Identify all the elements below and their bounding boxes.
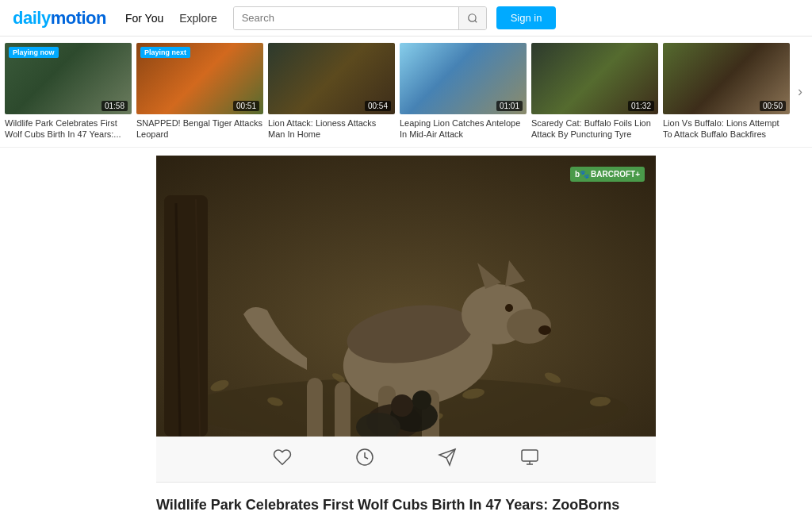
- strip-item-lion-attack[interactable]: 00:54 Lion Attack: Lioness Attacks Man I…: [268, 43, 395, 140]
- strip-title-tiger: SNAPPED! Bengal Tiger Attacks Leopard: [136, 117, 263, 140]
- strip-duration-lion-buffalo: 00:50: [760, 101, 786, 111]
- search-bar: [233, 6, 487, 30]
- share-icon: [438, 448, 457, 471]
- video-strip: Playing now 01:58 Wildlife Park Celebrat…: [0, 37, 812, 148]
- like-button[interactable]: [273, 448, 292, 471]
- strip-duration-leaping-lion: 01:01: [496, 101, 523, 111]
- strip-badge-wolf-cubs: Playing now: [9, 47, 59, 58]
- watch-later-button[interactable]: [355, 448, 374, 471]
- nav: For You Explore: [125, 12, 217, 25]
- video-title: Wildlife Park Celebrates First Wolf Cubs…: [156, 495, 656, 515]
- nav-explore[interactable]: Explore: [179, 12, 216, 25]
- svg-line-1: [474, 20, 477, 22]
- video-info: Wildlife Park Celebrates First Wolf Cubs…: [156, 483, 656, 527]
- svg-rect-25: [335, 382, 350, 437]
- nav-for-you[interactable]: For You: [125, 12, 163, 25]
- strip-duration-wolf-cubs: 01:58: [102, 101, 128, 111]
- svg-rect-26: [307, 378, 323, 437]
- strip-title-lion-attack: Lion Attack: Lioness Attacks Man In Home: [268, 117, 395, 140]
- barcroft-icon: b🐾: [575, 170, 589, 179]
- barcroft-label: BARCROFT+: [591, 170, 640, 179]
- strip-duration-tiger: 00:51: [233, 101, 259, 111]
- svg-point-22: [538, 325, 551, 335]
- strip-item-leaping-lion[interactable]: 01:01 Leaping Lion Catches Antelope In M…: [400, 43, 527, 140]
- player-container: b🐾 BARCROFT+: [156, 156, 656, 483]
- svg-rect-39: [522, 450, 538, 461]
- strip-title-scaredy-cat: Scaredy Cat: Buffalo Foils Lion Attack B…: [531, 117, 658, 140]
- like-icon: [273, 448, 292, 471]
- strip-item-scaredy-cat[interactable]: 01:32 Scaredy Cat: Buffalo Foils Lion At…: [531, 43, 658, 140]
- strip-title-leaping-lion: Leaping Lion Catches Antelope In Mid-Air…: [400, 117, 527, 140]
- search-input[interactable]: [234, 7, 458, 29]
- strip-duration-lion-attack: 00:54: [365, 101, 391, 111]
- strip-item-wolf-cubs[interactable]: Playing now 01:58 Wildlife Park Celebrat…: [5, 43, 132, 140]
- strip-title-lion-buffalo: Lion Vs Buffalo: Lions Attempt To Attack…: [663, 117, 790, 140]
- strip-duration-scaredy-cat: 01:32: [628, 101, 654, 111]
- main-content: b🐾 BARCROFT+ Wildlife Park Celebrates Fi…: [0, 148, 812, 527]
- svg-point-0: [468, 13, 475, 21]
- chevron-next-icon[interactable]: ›: [793, 83, 807, 100]
- svg-rect-11: [164, 195, 208, 437]
- strip-item-tiger[interactable]: Playing next 00:51 SNAPPED! Bengal Tiger…: [136, 43, 263, 140]
- svg-point-34: [391, 394, 413, 417]
- barcroft-badge: b🐾 BARCROFT+: [570, 167, 645, 182]
- menu-icon: [520, 448, 539, 471]
- clock-icon: [355, 448, 374, 471]
- svg-point-35: [412, 390, 431, 410]
- logo[interactable]: dailymotion: [13, 8, 106, 29]
- player-controls: [156, 437, 656, 483]
- search-button[interactable]: [458, 7, 486, 29]
- strip-title-wolf-cubs: Wildlife Park Celebrates First Wolf Cubs…: [5, 117, 132, 140]
- signin-button[interactable]: Sign in: [496, 6, 557, 29]
- player-video[interactable]: b🐾 BARCROFT+: [156, 156, 656, 437]
- share-button[interactable]: [438, 448, 457, 471]
- video-strip-items: Playing now 01:58 Wildlife Park Celebrat…: [5, 43, 793, 140]
- svg-point-21: [505, 304, 513, 312]
- strip-badge-tiger: Playing next: [140, 47, 190, 58]
- strip-item-lion-buffalo[interactable]: 00:50 Lion Vs Buffalo: Lions Attempt To …: [663, 43, 790, 140]
- more-button[interactable]: [520, 448, 539, 471]
- header: dailymotion For You Explore Sign in: [0, 0, 812, 37]
